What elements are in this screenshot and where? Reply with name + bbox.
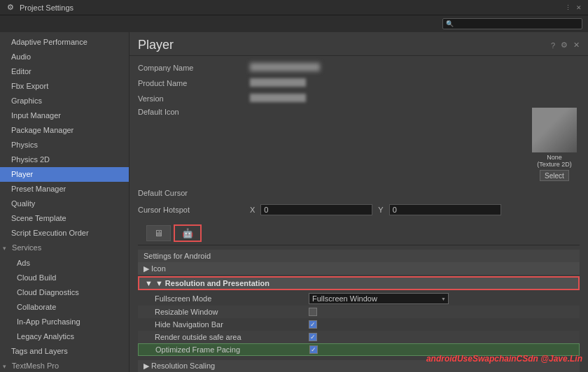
sidebar-item-legacy-analytics[interactable]: Legacy Analytics <box>0 329 129 344</box>
sidebar-item-ads[interactable]: Ads <box>0 256 129 271</box>
optimized-frame-pacing-checkbox[interactable] <box>309 345 318 354</box>
close-icon[interactable]: ✕ <box>575 4 582 11</box>
resolution-content: Fullscreen Mode Fullscreen Window Window… <box>138 290 580 357</box>
expand-icon: ▾ <box>3 243 10 255</box>
company-name-row: Company Name <box>138 62 580 74</box>
icon-section-row[interactable]: ▶ Icon <box>138 262 580 275</box>
resolution-label: ▼ Resolution and Presentation <box>155 279 270 287</box>
desktop-icon: 🖥 <box>154 228 163 238</box>
android-settings-section: Settings for Android ▶ Icon ▼ ▼ Resoluti… <box>138 250 580 372</box>
sidebar: Adaptive Performance Audio Editor Fbx Ex… <box>0 32 130 372</box>
fullscreen-mode-row: Fullscreen Mode Fullscreen Window Window… <box>138 292 580 306</box>
company-name-blurred <box>250 63 320 71</box>
sidebar-item-cloud-diagnostics[interactable]: Cloud Diagnostics <box>0 285 129 300</box>
sidebar-item-textmesh-pro[interactable]: ▾ TextMesh Pro <box>0 359 129 372</box>
sidebar-item-services[interactable]: ▾ Services <box>0 241 129 256</box>
version-value <box>250 94 580 104</box>
render-safe-area-checkbox[interactable] <box>309 333 317 341</box>
sidebar-item-cloud-build[interactable]: Cloud Build <box>0 271 129 285</box>
default-icon-row: Default Icon None (Texture 2D) Select <box>138 108 580 181</box>
content-header: Player ? ⚙ ✕ <box>130 32 588 56</box>
product-name-value <box>250 78 580 89</box>
hotspot-x-input[interactable]: 0 <box>260 204 372 215</box>
resizable-window-value <box>309 308 574 316</box>
hide-nav-value <box>309 320 574 329</box>
optimized-frame-pacing-label: Optimized Frame Pacing <box>155 345 309 354</box>
fullscreen-mode-dropdown-wrap: Fullscreen Window Windowed Maximized Win… <box>309 293 449 304</box>
x-label: X <box>250 206 255 214</box>
sidebar-item-player[interactable]: Player <box>0 167 129 182</box>
gear-icon: ⚙ <box>6 3 15 13</box>
icon-preview-area: None (Texture 2D) Select <box>532 108 577 181</box>
resolution-subsection: ▼ ▼ Resolution and Presentation Fullscre… <box>138 275 580 359</box>
window-title: Project Settings <box>20 3 74 12</box>
sidebar-item-script-execution-order[interactable]: Script Execution Order <box>0 226 129 241</box>
resolution-scaling-header[interactable]: ▶ Resolution Scaling <box>138 360 580 372</box>
main-layout: Adaptive Performance Audio Editor Fbx Ex… <box>0 32 588 372</box>
sidebar-item-collaborate[interactable]: Collaborate <box>0 300 129 315</box>
product-name-blurred <box>250 78 306 87</box>
resolution-scaling-label: ▶ Resolution Scaling <box>144 362 215 371</box>
page-title: Player <box>138 38 174 52</box>
default-cursor-label: Default Cursor <box>138 189 250 197</box>
resizable-window-row: Resizable Window <box>138 306 580 318</box>
cursor-hotspot-label: Cursor Hotspot <box>138 206 250 214</box>
optimized-frame-pacing-row: Optimized Frame Pacing <box>138 343 580 356</box>
product-name-row: Product Name <box>138 77 580 90</box>
sidebar-item-input-manager[interactable]: Input Manager <box>0 108 129 123</box>
fullscreen-mode-dropdown[interactable]: Fullscreen Window Windowed Maximized Win… <box>309 293 449 304</box>
sidebar-item-in-app-purchasing[interactable]: In-App Purchasing <box>0 315 129 329</box>
select-button[interactable]: Select <box>540 170 569 181</box>
hide-nav-row: Hide Navigation Bar <box>138 318 580 331</box>
android-icon: 🤖 <box>182 228 193 238</box>
sidebar-item-audio[interactable]: Audio <box>0 50 129 64</box>
render-safe-area-row: Render outside safe area <box>138 331 580 343</box>
sidebar-item-quality[interactable]: Quality <box>0 196 129 211</box>
render-safe-area-label: Render outside safe area <box>155 333 309 341</box>
y-label: Y <box>378 206 383 214</box>
sidebar-item-adaptive-performance[interactable]: Adaptive Performance <box>0 35 129 50</box>
sidebar-item-package-manager[interactable]: Package Manager <box>0 123 129 138</box>
settings-for-android-header: Settings for Android <box>138 250 580 262</box>
default-cursor-row: Default Cursor <box>138 187 580 199</box>
version-blurred <box>250 94 306 102</box>
tab-desktop[interactable]: 🖥 <box>146 225 171 241</box>
close-icon[interactable]: ✕ <box>573 41 580 50</box>
resizable-window-checkbox[interactable] <box>309 308 317 316</box>
sidebar-item-physics-2d[interactable]: Physics 2D <box>0 152 129 167</box>
fullscreen-mode-label: Fullscreen Mode <box>155 294 309 303</box>
product-name-label: Product Name <box>138 79 250 87</box>
sidebar-item-physics[interactable]: Physics <box>0 138 129 152</box>
settings-icon[interactable]: ⚙ <box>561 41 568 50</box>
search-wrap[interactable]: 🔍 <box>442 18 582 29</box>
header-icons: ? ⚙ ✕ <box>551 41 580 50</box>
sidebar-item-fbx-export[interactable]: Fbx Export <box>0 79 129 94</box>
search-icon: 🔍 <box>446 20 454 27</box>
hide-nav-label: Hide Navigation Bar <box>155 320 309 329</box>
sidebar-item-scene-template[interactable]: Scene Template <box>0 211 129 226</box>
resizable-window-label: Resizable Window <box>155 308 309 316</box>
sidebar-item-preset-manager[interactable]: Preset Manager <box>0 182 129 196</box>
help-icon[interactable]: ? <box>551 41 555 50</box>
cursor-hotspot-row: Cursor Hotspot X 0 Y 0 <box>138 203 580 216</box>
hotspot-y-input[interactable]: 0 <box>389 204 501 215</box>
sidebar-item-tags-and-layers[interactable]: Tags and Layers <box>0 344 129 359</box>
version-label: Version <box>138 94 250 103</box>
settings-for-android-label: Settings for Android <box>144 252 211 260</box>
title-bar: ⚙ Project Settings ⋮ ✕ <box>0 0 588 15</box>
texture-2d-label: (Texture 2D) <box>537 161 572 168</box>
search-input[interactable] <box>456 20 579 28</box>
version-row: Version <box>138 92 580 105</box>
menu-icon[interactable]: ⋮ <box>564 4 571 11</box>
sidebar-item-editor[interactable]: Editor <box>0 64 129 79</box>
tab-android[interactable]: 🤖 <box>174 224 202 242</box>
platform-tabs: 🖥 🤖 <box>138 222 580 245</box>
hide-nav-checkbox[interactable] <box>309 320 317 329</box>
search-bar: 🔍 <box>0 15 588 32</box>
default-icon-label: Default Icon <box>138 108 250 116</box>
company-name-value <box>250 63 580 73</box>
company-name-label: Company Name <box>138 64 250 72</box>
resolution-header[interactable]: ▼ ▼ Resolution and Presentation <box>138 276 580 290</box>
sidebar-item-graphics[interactable]: Graphics <box>0 94 129 108</box>
icon-section-label: ▶ Icon <box>144 264 298 273</box>
